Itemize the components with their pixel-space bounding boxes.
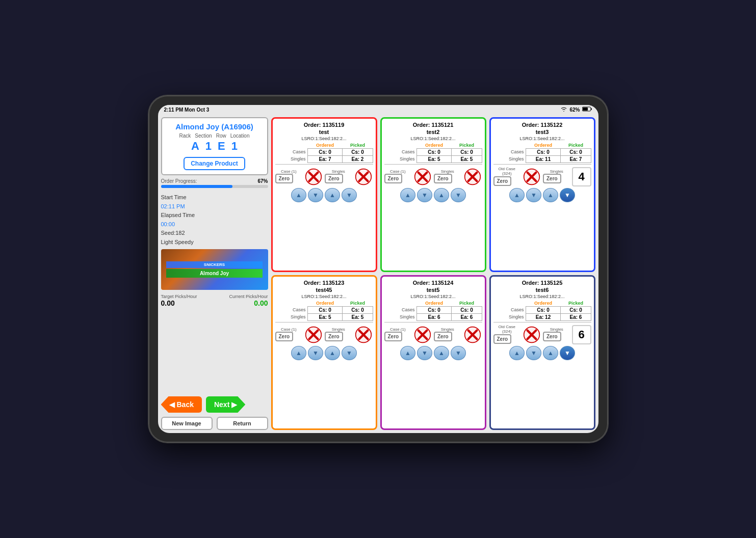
action-button-row: Case (1) Zero Singles Zero xyxy=(275,325,373,344)
case-btn-label: Case (1) xyxy=(275,328,303,332)
arrow-up-2[interactable]: ▲ xyxy=(434,188,449,202)
order-progress-label: Order Progress: xyxy=(161,178,197,184)
bottom-buttons: New Image Return xyxy=(161,417,268,430)
arrow-down-1[interactable]: ▼ xyxy=(526,188,541,202)
singles-label: Singles xyxy=(434,170,461,174)
arrow-up-1[interactable]: ▲ xyxy=(291,188,306,202)
arrow-down-1[interactable]: ▼ xyxy=(526,346,541,360)
arrow-up-1[interactable]: ▲ xyxy=(509,346,525,360)
singles-number-display: 6 xyxy=(572,325,591,344)
case-x-icon[interactable] xyxy=(413,325,432,344)
back-button[interactable]: ◀ Back xyxy=(161,396,202,413)
change-product-button[interactable]: Change Product xyxy=(184,157,245,170)
singles-zero-btn[interactable]: Zero xyxy=(434,174,452,183)
order-header: Order: 1135125test6 xyxy=(493,279,591,294)
tablet-screen: 2:11 PM Mon Oct 3 62% xyxy=(158,105,598,433)
rack-value: A xyxy=(191,140,199,153)
arrow-up-2[interactable]: ▲ xyxy=(543,346,558,360)
singles-zero-btn[interactable]: Zero xyxy=(325,332,343,341)
case-zero-btn[interactable]: Zero xyxy=(275,332,294,341)
order-lsro: LSRO:1:Seed:182:2... xyxy=(493,136,591,141)
progress-section: Order Progress: 67% xyxy=(161,177,268,191)
order-lsro: LSRO:1:Seed:182:2... xyxy=(275,294,373,299)
singles-label: Singles xyxy=(543,170,570,174)
product-name: Almond Joy (A16906) xyxy=(166,122,263,131)
arrow-buttons-row: ▲ ▼ ▲ ▼ xyxy=(275,188,373,202)
arrow-buttons-row: ▲ ▼ ▲ ▼ xyxy=(493,346,591,360)
case-zero-btn[interactable]: Zero xyxy=(275,174,294,183)
next-button[interactable]: Next ▶ xyxy=(206,396,245,413)
singles-zero-btn[interactable]: Zero xyxy=(543,174,561,183)
singles-x-icon[interactable] xyxy=(463,167,482,186)
return-button[interactable]: Return xyxy=(217,417,268,430)
picks-section: Target Picks/Hour 0.00 Current Picks/Hou… xyxy=(161,294,268,307)
arrow-up-2[interactable]: ▲ xyxy=(325,346,340,360)
order-header: Order: 1135122test3 xyxy=(493,121,591,136)
current-picks-label: Current Picks/Hour xyxy=(229,294,268,299)
row-value: E xyxy=(218,140,225,153)
arrow-down-1[interactable]: ▼ xyxy=(308,346,323,360)
singles-x-icon[interactable] xyxy=(354,325,373,344)
case-zero-btn[interactable]: Zero xyxy=(493,176,512,186)
order-table: Ordered Picked Cases Cs: 0 Cs: 0 Singles… xyxy=(493,142,591,163)
case-x-icon[interactable] xyxy=(304,167,323,186)
case-x-icon[interactable] xyxy=(413,167,432,186)
arrow-down-2[interactable]: ▼ xyxy=(560,188,575,202)
info-section: Start Time 02:11 PM Elapsed Time 00:00 S… xyxy=(161,193,268,247)
order-progress-value: 67% xyxy=(257,178,268,184)
singles-zero-btn[interactable]: Zero xyxy=(325,174,343,183)
orders-grid: Order: 1135119test LSRO:1:Seed:182:2... … xyxy=(271,117,595,430)
arrow-up-2[interactable]: ▲ xyxy=(543,188,558,202)
arrow-up-1[interactable]: ▲ xyxy=(400,346,415,360)
order-card-5: Order: 1135124test5 LSRO:1:Seed:182:2...… xyxy=(380,275,486,430)
location-values: A 1 E 1 xyxy=(166,140,263,153)
location-value: 1 xyxy=(231,140,238,153)
case-x-icon[interactable] xyxy=(304,325,323,344)
section-value: 1 xyxy=(205,140,212,153)
singles-label: Singles xyxy=(325,170,352,174)
arrow-buttons-row: ▲ ▼ ▲ ▼ xyxy=(275,346,373,360)
arrow-buttons-row: ▲ ▼ ▲ ▼ xyxy=(384,346,482,360)
action-button-row: Case (1) Zero Singles Zero xyxy=(384,325,482,344)
arrow-down-2[interactable]: ▼ xyxy=(342,188,357,202)
case-zero-btn[interactable]: Zero xyxy=(384,174,403,183)
new-image-button[interactable]: New Image xyxy=(161,417,213,430)
next-arrow-icon: ▶ xyxy=(231,400,237,409)
start-time-label: Start Time xyxy=(161,193,268,202)
arrow-down-2[interactable]: ▼ xyxy=(560,346,575,360)
start-time-value: 02:11 PM xyxy=(161,202,268,211)
arrow-up-1[interactable]: ▲ xyxy=(291,346,306,360)
order-card-1: Order: 1135119test LSRO:1:Seed:182:2... … xyxy=(271,117,377,272)
wifi-icon xyxy=(560,106,567,113)
singles-x-icon[interactable] xyxy=(463,325,482,344)
battery-icon xyxy=(582,106,592,113)
arrow-up-2[interactable]: ▲ xyxy=(325,188,340,202)
case-btn-label: Old Case (324) xyxy=(493,325,521,334)
order-lsro: LSRO:1:Seed:182:2... xyxy=(493,294,591,299)
svg-rect-1 xyxy=(583,107,588,111)
singles-zero-btn[interactable]: Zero xyxy=(434,332,452,341)
arrow-up-1[interactable]: ▲ xyxy=(509,188,525,202)
arrow-down-2[interactable]: ▼ xyxy=(342,346,357,360)
arrow-down-2[interactable]: ▼ xyxy=(451,346,466,360)
arrow-down-2[interactable]: ▼ xyxy=(451,188,466,202)
arrow-buttons-row: ▲ ▼ ▲ ▼ xyxy=(493,188,591,202)
arrow-up-1[interactable]: ▲ xyxy=(400,188,415,202)
case-x-icon[interactable] xyxy=(522,167,541,186)
order-header: Order: 1135119test xyxy=(275,121,373,136)
location-labels: Rack Section Row Location xyxy=(166,133,263,139)
order-card-4: Order: 1135123test45 LSRO:1:Seed:182:2..… xyxy=(271,275,377,430)
arrow-up-2[interactable]: ▲ xyxy=(434,346,449,360)
status-time: 2:11 PM Mon Oct 3 xyxy=(164,107,210,113)
case-zero-btn[interactable]: Zero xyxy=(493,334,512,344)
arrow-down-1[interactable]: ▼ xyxy=(417,346,432,360)
svg-rect-2 xyxy=(591,109,592,110)
case-x-icon[interactable] xyxy=(522,325,541,344)
arrow-down-1[interactable]: ▼ xyxy=(417,188,432,202)
arrow-down-1[interactable]: ▼ xyxy=(308,188,323,202)
case-btn-label: Case (1) xyxy=(384,328,412,332)
case-btn-label: Case (1) xyxy=(384,170,412,174)
singles-zero-btn[interactable]: Zero xyxy=(543,332,561,341)
case-zero-btn[interactable]: Zero xyxy=(384,332,403,341)
singles-x-icon[interactable] xyxy=(354,167,373,186)
